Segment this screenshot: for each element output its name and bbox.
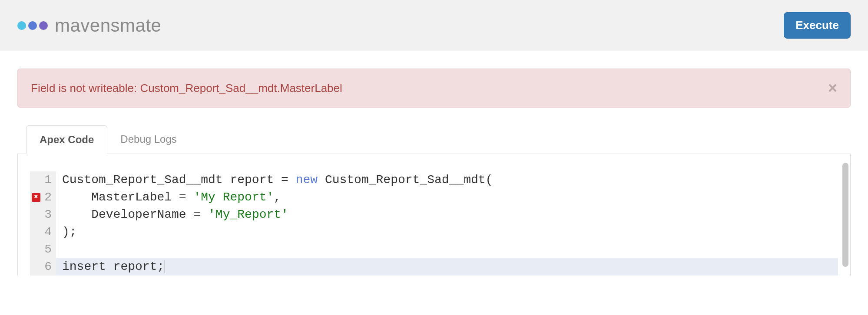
close-icon[interactable]: × — [828, 80, 837, 96]
line-number: 6 — [30, 258, 56, 276]
code-line[interactable]: 6insert report; — [30, 258, 838, 276]
tab-bar: Apex Code Debug Logs — [17, 125, 851, 154]
logo-dot-icon — [39, 21, 48, 30]
line-number: 3 — [30, 206, 56, 223]
code-content[interactable] — [56, 241, 838, 258]
code-line[interactable]: 1Custom_Report_Sad__mdt report = new Cus… — [30, 171, 838, 189]
code-line[interactable]: 3 DeveloperName = 'My_Report' — [30, 206, 838, 223]
logo-dot-icon — [17, 21, 26, 30]
logo-dot-icon — [28, 21, 37, 30]
code-content[interactable]: ); — [56, 223, 838, 241]
line-number: 4 — [30, 223, 56, 241]
logo: mavensmate — [17, 15, 161, 36]
code-line[interactable]: 5 — [30, 241, 838, 258]
code-content[interactable]: insert report; — [56, 258, 838, 276]
logo-dots — [17, 21, 48, 30]
app-header: mavensmate Execute — [0, 0, 868, 51]
code-line[interactable]: 2✖ MasterLabel = 'My Report', — [30, 189, 838, 206]
code-editor[interactable]: 1Custom_Report_Sad__mdt report = new Cus… — [30, 171, 838, 276]
tab-apex-code[interactable]: Apex Code — [26, 125, 107, 154]
code-editor-panel: 1Custom_Report_Sad__mdt report = new Cus… — [17, 154, 851, 276]
execute-button[interactable]: Execute — [784, 12, 851, 39]
code-content[interactable]: MasterLabel = 'My Report', — [56, 189, 838, 206]
main-container: Field is not writeable: Custom_Report_Sa… — [0, 51, 868, 276]
error-alert: Field is not writeable: Custom_Report_Sa… — [17, 69, 851, 108]
code-content[interactable]: Custom_Report_Sad__mdt report = new Cust… — [56, 171, 838, 189]
code-line[interactable]: 4); — [30, 223, 838, 241]
code-content[interactable]: DeveloperName = 'My_Report' — [56, 206, 838, 223]
error-message: Field is not writeable: Custom_Report_Sa… — [31, 82, 342, 95]
brand-name: mavensmate — [55, 15, 161, 36]
tab-debug-logs[interactable]: Debug Logs — [107, 125, 189, 154]
text-cursor — [165, 260, 165, 273]
line-number: 2✖ — [30, 189, 56, 206]
line-number: 5 — [30, 241, 56, 258]
editor-scrollbar[interactable] — [842, 163, 848, 267]
line-number: 1 — [30, 171, 56, 189]
error-marker-icon: ✖ — [32, 193, 40, 202]
